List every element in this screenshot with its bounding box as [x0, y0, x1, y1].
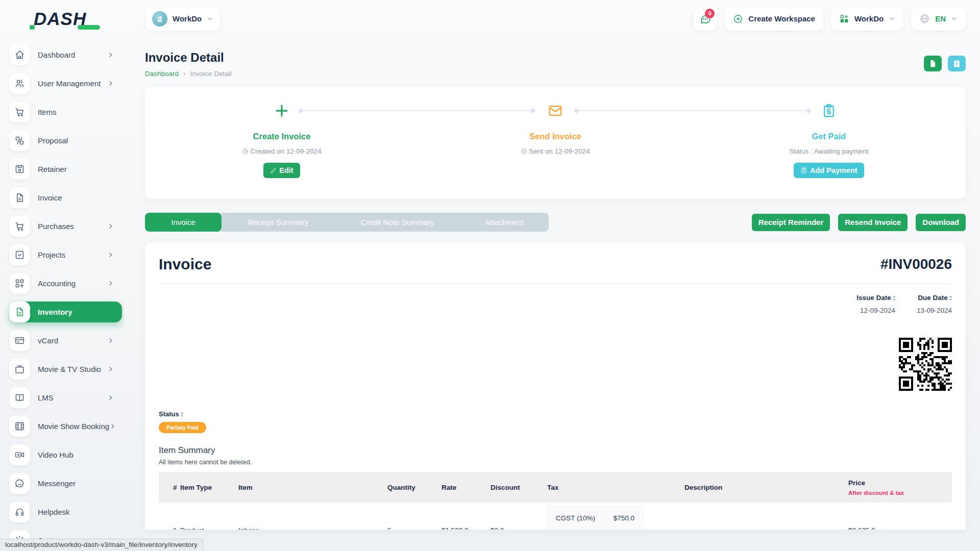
cell-rate: $1,500.0: [442, 503, 491, 530]
step-send-invoice: Send Invoice Sent on 12-09-2024: [419, 87, 692, 199]
home-icon: [9, 44, 30, 65]
due-date-value: 13-09-2024: [917, 307, 952, 314]
clipboard-icon: [952, 59, 961, 68]
step-title: Create Invoice: [253, 132, 311, 141]
chat-icon: [9, 473, 30, 494]
save-icon: [9, 159, 30, 180]
workspace-switcher[interactable]: WorkDo: [145, 7, 220, 31]
invoice-progress-card: Create Invoice Created on 12-09-2024 Edi…: [145, 87, 966, 199]
tab-credit-note-summary[interactable]: Credit Note Summary: [335, 213, 460, 232]
tab-attachment[interactable]: Attachment: [460, 213, 549, 232]
cart-icon: [9, 102, 30, 122]
due-date-label: Due Date :: [917, 294, 952, 302]
app-logo: DASH: [0, 9, 124, 29]
download-button[interactable]: Download: [916, 214, 966, 231]
plus-icon: [274, 103, 289, 118]
cell-item-type: Product: [180, 503, 238, 530]
chevron-right-icon: [107, 223, 114, 230]
sidebar-item-label: Video Hub: [38, 450, 122, 459]
sidebar-item-purchases[interactable]: Purchases: [9, 216, 122, 237]
sidebar-item-proposal[interactable]: Proposal: [9, 130, 122, 151]
item-summary-note: All items here cannot be deleted.: [159, 459, 952, 466]
sidebar-item-items[interactable]: Items: [9, 102, 122, 122]
sidebar-item-invoice[interactable]: Invoice: [9, 187, 122, 208]
user-menu[interactable]: WorkDo: [831, 7, 903, 31]
edit-invoice-button[interactable]: Edit: [263, 163, 300, 178]
export-document-button[interactable]: [924, 56, 942, 71]
breadcrumb-dashboard-link[interactable]: Dashboard: [145, 70, 179, 78]
sidebar-item-label: Projects: [38, 251, 107, 259]
workspace-avatar: [152, 11, 167, 27]
chevron-right-icon: [107, 80, 114, 87]
workdo-grid-icon: [839, 14, 849, 24]
issue-date-label: Issue Date :: [856, 294, 895, 302]
table-header-row: # Item Type Item Quantity Rate Discount …: [159, 472, 952, 503]
tab-receipt-summary[interactable]: Receipt Summary: [222, 213, 335, 232]
sidebar-item-label: vCard: [38, 336, 107, 345]
col-item-type: Item Type: [180, 472, 238, 503]
sidebar-item-video-hub[interactable]: Video Hub: [9, 444, 122, 465]
sidebar-item-label: Movie & TV Studio: [38, 365, 107, 373]
sidebar-item-movie-show-booking[interactable]: Movie Show Booking: [9, 416, 122, 437]
step-create-invoice: Create Invoice Created on 12-09-2024 Edi…: [145, 87, 419, 199]
document-icon: [928, 59, 937, 68]
sidebar-item-label: LMS: [38, 393, 107, 402]
swap-grid-icon: [9, 130, 30, 151]
issue-date-value: 12-09-2024: [856, 307, 895, 314]
sidebar-item-label: Inventory: [38, 308, 122, 316]
step-title: Get Paid: [812, 132, 846, 141]
sidebar-item-messenger[interactable]: Messenger: [9, 473, 122, 494]
step-subtitle: Created on 12-09-2024: [242, 147, 322, 155]
col-price: Price After discount & tax: [848, 472, 952, 503]
breadcrumb: Dashboard › Invoice Detail: [145, 69, 232, 78]
messages-count-badge: 0: [705, 9, 715, 18]
headset-icon: [9, 502, 30, 522]
resend-invoice-button[interactable]: Resend Invoice: [838, 214, 908, 231]
sidebar-item-accounting[interactable]: Accounting: [9, 273, 122, 294]
language-code: EN: [935, 14, 946, 23]
tab-invoice[interactable]: Invoice: [145, 213, 222, 232]
sidebar-item-label: Invoice: [38, 193, 122, 202]
messages-button[interactable]: 0: [694, 7, 717, 31]
sidebar-item-lms[interactable]: LMS: [9, 387, 122, 408]
col-discount: Discount: [491, 472, 547, 503]
sidebar-item-inventory[interactable]: Inventory: [9, 302, 122, 322]
receipt-reminder-button[interactable]: Receipt Reminder: [752, 214, 830, 231]
sidebar-item-label: Messenger: [38, 479, 122, 488]
item-summary-title: Item Summary: [159, 445, 952, 456]
logo-dot: [30, 25, 35, 30]
invoice-card: Invoice #INV00026 Issue Date : 12-09-202…: [145, 242, 966, 530]
col-description: Description: [684, 472, 848, 503]
add-payment-button[interactable]: Add Payment: [794, 163, 864, 178]
sidebar-item-retainer[interactable]: Retainer: [9, 159, 122, 180]
sidebar-item-helpdesk[interactable]: Helpdesk: [9, 502, 122, 522]
sidebar-item-label: Proposal: [38, 136, 122, 145]
copy-invoice-button[interactable]: [948, 56, 966, 71]
chevron-right-icon: [107, 52, 114, 58]
page-title: Invoice Detail: [145, 51, 232, 65]
step-connector: [301, 110, 533, 111]
sidebar-item-vcard[interactable]: vCard: [9, 330, 122, 351]
price-subheader: After discount & tax: [848, 490, 952, 496]
sidebar-item-projects[interactable]: Projects: [9, 244, 122, 265]
sidebar: Dashboard User Management Items Proposal…: [0, 37, 124, 551]
create-workspace-label: Create Workspace: [748, 14, 815, 23]
sidebar-item-dashboard[interactable]: Dashboard: [9, 44, 122, 65]
chevron-down-icon: [889, 15, 895, 22]
pencil-icon: [270, 167, 277, 174]
user-menu-label: WorkDo: [854, 14, 884, 23]
video-camera-icon: [9, 444, 30, 465]
language-selector[interactable]: EN: [911, 7, 966, 31]
sidebar-item-label: Helpdesk: [38, 508, 122, 516]
invoice-number: #INV00026: [880, 256, 952, 272]
clock-icon: [242, 148, 249, 155]
create-workspace-button[interactable]: Create Workspace: [725, 7, 823, 31]
col-num: #: [159, 472, 180, 503]
cell-description: -: [684, 503, 848, 530]
sidebar-item-user-management[interactable]: User Management: [9, 73, 122, 94]
logo-dash-bar: [78, 25, 100, 30]
step-get-paid: Get Paid Status : Awaiting payment Add P…: [692, 87, 966, 199]
status-badge: Partialy Paid: [159, 422, 206, 433]
sidebar-item-movie-tv-studio[interactable]: Movie & TV Studio: [9, 359, 122, 380]
chevron-right-icon: [109, 423, 116, 430]
